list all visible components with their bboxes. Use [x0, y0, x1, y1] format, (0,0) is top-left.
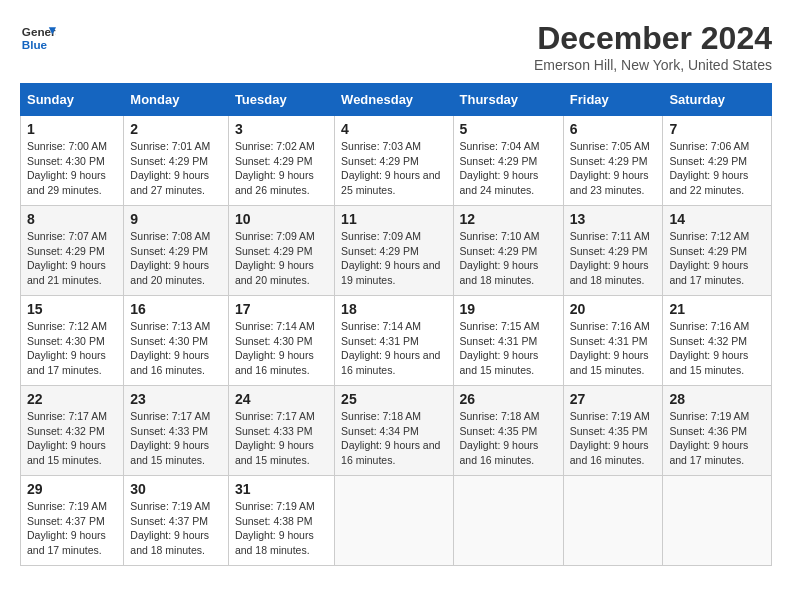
calendar-cell: 14 Sunrise: 7:12 AM Sunset: 4:29 PM Dayl…	[663, 206, 772, 296]
day-info: Sunrise: 7:16 AM Sunset: 4:32 PM Dayligh…	[669, 319, 765, 378]
day-info: Sunrise: 7:19 AM Sunset: 4:37 PM Dayligh…	[27, 499, 117, 558]
calendar-cell: 8 Sunrise: 7:07 AM Sunset: 4:29 PM Dayli…	[21, 206, 124, 296]
day-number: 29	[27, 481, 117, 497]
calendar-cell	[663, 476, 772, 566]
day-number: 13	[570, 211, 657, 227]
calendar-cell	[453, 476, 563, 566]
day-number: 11	[341, 211, 446, 227]
day-number: 3	[235, 121, 328, 137]
day-number: 23	[130, 391, 222, 407]
day-info: Sunrise: 7:12 AM Sunset: 4:29 PM Dayligh…	[669, 229, 765, 288]
calendar-cell: 1 Sunrise: 7:00 AM Sunset: 4:30 PM Dayli…	[21, 116, 124, 206]
calendar-cell: 24 Sunrise: 7:17 AM Sunset: 4:33 PM Dayl…	[228, 386, 334, 476]
svg-text:Blue: Blue	[22, 38, 48, 51]
svg-text:General: General	[22, 25, 56, 38]
day-info: Sunrise: 7:14 AM Sunset: 4:31 PM Dayligh…	[341, 319, 446, 378]
logo-icon: General Blue	[20, 20, 56, 56]
calendar-cell: 18 Sunrise: 7:14 AM Sunset: 4:31 PM Dayl…	[335, 296, 453, 386]
calendar-cell	[563, 476, 663, 566]
day-info: Sunrise: 7:09 AM Sunset: 4:29 PM Dayligh…	[235, 229, 328, 288]
calendar-cell: 28 Sunrise: 7:19 AM Sunset: 4:36 PM Dayl…	[663, 386, 772, 476]
day-number: 4	[341, 121, 446, 137]
calendar-cell: 11 Sunrise: 7:09 AM Sunset: 4:29 PM Dayl…	[335, 206, 453, 296]
page-header: General Blue December 2024 Emerson Hill,…	[20, 20, 772, 73]
day-info: Sunrise: 7:14 AM Sunset: 4:30 PM Dayligh…	[235, 319, 328, 378]
calendar-cell: 9 Sunrise: 7:08 AM Sunset: 4:29 PM Dayli…	[124, 206, 229, 296]
day-number: 17	[235, 301, 328, 317]
day-number: 2	[130, 121, 222, 137]
day-number: 21	[669, 301, 765, 317]
location-title: Emerson Hill, New York, United States	[534, 57, 772, 73]
day-info: Sunrise: 7:19 AM Sunset: 4:38 PM Dayligh…	[235, 499, 328, 558]
day-number: 27	[570, 391, 657, 407]
day-number: 31	[235, 481, 328, 497]
day-number: 9	[130, 211, 222, 227]
day-info: Sunrise: 7:05 AM Sunset: 4:29 PM Dayligh…	[570, 139, 657, 198]
calendar-cell: 21 Sunrise: 7:16 AM Sunset: 4:32 PM Dayl…	[663, 296, 772, 386]
calendar-cell: 31 Sunrise: 7:19 AM Sunset: 4:38 PM Dayl…	[228, 476, 334, 566]
day-info: Sunrise: 7:04 AM Sunset: 4:29 PM Dayligh…	[460, 139, 557, 198]
calendar-week-3: 15 Sunrise: 7:12 AM Sunset: 4:30 PM Dayl…	[21, 296, 772, 386]
calendar-cell: 5 Sunrise: 7:04 AM Sunset: 4:29 PM Dayli…	[453, 116, 563, 206]
calendar-week-5: 29 Sunrise: 7:19 AM Sunset: 4:37 PM Dayl…	[21, 476, 772, 566]
day-number: 15	[27, 301, 117, 317]
calendar-cell: 16 Sunrise: 7:13 AM Sunset: 4:30 PM Dayl…	[124, 296, 229, 386]
day-info: Sunrise: 7:03 AM Sunset: 4:29 PM Dayligh…	[341, 139, 446, 198]
calendar-cell: 23 Sunrise: 7:17 AM Sunset: 4:33 PM Dayl…	[124, 386, 229, 476]
title-section: December 2024 Emerson Hill, New York, Un…	[534, 20, 772, 73]
day-info: Sunrise: 7:12 AM Sunset: 4:30 PM Dayligh…	[27, 319, 117, 378]
day-number: 22	[27, 391, 117, 407]
calendar-week-2: 8 Sunrise: 7:07 AM Sunset: 4:29 PM Dayli…	[21, 206, 772, 296]
day-info: Sunrise: 7:11 AM Sunset: 4:29 PM Dayligh…	[570, 229, 657, 288]
header-wednesday: Wednesday	[335, 84, 453, 116]
calendar-cell: 22 Sunrise: 7:17 AM Sunset: 4:32 PM Dayl…	[21, 386, 124, 476]
calendar-cell: 10 Sunrise: 7:09 AM Sunset: 4:29 PM Dayl…	[228, 206, 334, 296]
calendar-cell: 13 Sunrise: 7:11 AM Sunset: 4:29 PM Dayl…	[563, 206, 663, 296]
calendar-cell: 25 Sunrise: 7:18 AM Sunset: 4:34 PM Dayl…	[335, 386, 453, 476]
day-info: Sunrise: 7:17 AM Sunset: 4:33 PM Dayligh…	[235, 409, 328, 468]
calendar-header-row: SundayMondayTuesdayWednesdayThursdayFrid…	[21, 84, 772, 116]
day-info: Sunrise: 7:09 AM Sunset: 4:29 PM Dayligh…	[341, 229, 446, 288]
header-sunday: Sunday	[21, 84, 124, 116]
day-number: 5	[460, 121, 557, 137]
calendar-cell: 2 Sunrise: 7:01 AM Sunset: 4:29 PM Dayli…	[124, 116, 229, 206]
day-number: 24	[235, 391, 328, 407]
day-info: Sunrise: 7:13 AM Sunset: 4:30 PM Dayligh…	[130, 319, 222, 378]
day-number: 14	[669, 211, 765, 227]
day-info: Sunrise: 7:02 AM Sunset: 4:29 PM Dayligh…	[235, 139, 328, 198]
calendar-table: SundayMondayTuesdayWednesdayThursdayFrid…	[20, 83, 772, 566]
day-number: 30	[130, 481, 222, 497]
day-number: 28	[669, 391, 765, 407]
day-info: Sunrise: 7:18 AM Sunset: 4:34 PM Dayligh…	[341, 409, 446, 468]
day-info: Sunrise: 7:18 AM Sunset: 4:35 PM Dayligh…	[460, 409, 557, 468]
calendar-cell: 7 Sunrise: 7:06 AM Sunset: 4:29 PM Dayli…	[663, 116, 772, 206]
logo: General Blue	[20, 20, 56, 56]
day-number: 6	[570, 121, 657, 137]
day-info: Sunrise: 7:17 AM Sunset: 4:32 PM Dayligh…	[27, 409, 117, 468]
header-monday: Monday	[124, 84, 229, 116]
day-number: 8	[27, 211, 117, 227]
day-info: Sunrise: 7:07 AM Sunset: 4:29 PM Dayligh…	[27, 229, 117, 288]
calendar-cell: 29 Sunrise: 7:19 AM Sunset: 4:37 PM Dayl…	[21, 476, 124, 566]
calendar-cell: 4 Sunrise: 7:03 AM Sunset: 4:29 PM Dayli…	[335, 116, 453, 206]
calendar-cell: 15 Sunrise: 7:12 AM Sunset: 4:30 PM Dayl…	[21, 296, 124, 386]
day-info: Sunrise: 7:16 AM Sunset: 4:31 PM Dayligh…	[570, 319, 657, 378]
calendar-cell: 30 Sunrise: 7:19 AM Sunset: 4:37 PM Dayl…	[124, 476, 229, 566]
day-number: 20	[570, 301, 657, 317]
header-saturday: Saturday	[663, 84, 772, 116]
day-number: 1	[27, 121, 117, 137]
calendar-cell: 3 Sunrise: 7:02 AM Sunset: 4:29 PM Dayli…	[228, 116, 334, 206]
header-friday: Friday	[563, 84, 663, 116]
calendar-cell: 17 Sunrise: 7:14 AM Sunset: 4:30 PM Dayl…	[228, 296, 334, 386]
day-info: Sunrise: 7:17 AM Sunset: 4:33 PM Dayligh…	[130, 409, 222, 468]
calendar-cell: 27 Sunrise: 7:19 AM Sunset: 4:35 PM Dayl…	[563, 386, 663, 476]
header-thursday: Thursday	[453, 84, 563, 116]
day-info: Sunrise: 7:08 AM Sunset: 4:29 PM Dayligh…	[130, 229, 222, 288]
day-info: Sunrise: 7:15 AM Sunset: 4:31 PM Dayligh…	[460, 319, 557, 378]
header-tuesday: Tuesday	[228, 84, 334, 116]
calendar-cell	[335, 476, 453, 566]
day-info: Sunrise: 7:06 AM Sunset: 4:29 PM Dayligh…	[669, 139, 765, 198]
calendar-cell: 26 Sunrise: 7:18 AM Sunset: 4:35 PM Dayl…	[453, 386, 563, 476]
day-number: 26	[460, 391, 557, 407]
day-number: 18	[341, 301, 446, 317]
